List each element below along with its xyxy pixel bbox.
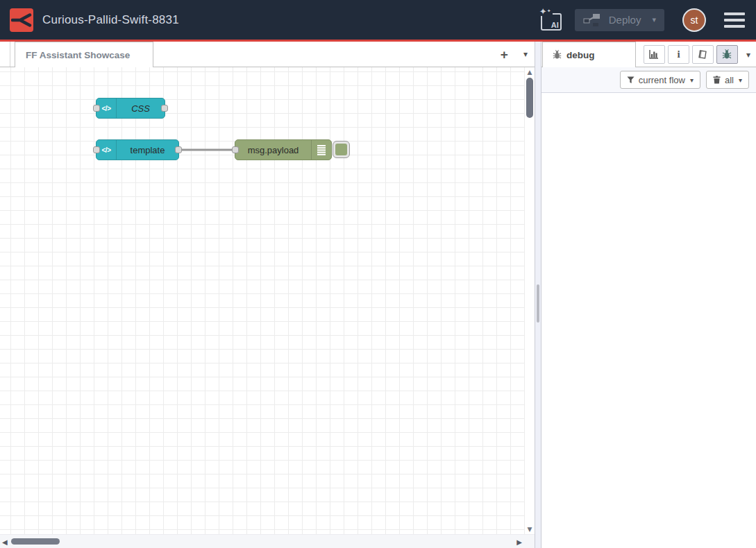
debug-toggle-button[interactable] <box>333 141 350 158</box>
scroll-left-icon[interactable]: ◀ <box>2 538 8 546</box>
clear-caret-icon: ▾ <box>739 76 742 84</box>
node-template[interactable]: </> template <box>96 139 179 160</box>
debug-messages-button[interactable] <box>716 45 738 64</box>
justify-icon <box>311 140 331 160</box>
tab-debug[interactable]: debug <box>542 42 636 67</box>
horizontal-scroll-thumb[interactable] <box>11 538 60 545</box>
node-label: template <box>117 145 178 155</box>
header: Curious-Pallid-Swift-8831 AI ✦✦ Deploy ▾… <box>0 0 756 40</box>
sparkle-icon: ✦✦ <box>538 7 553 16</box>
filter-caret-icon: ▾ <box>690 76 694 84</box>
deploy-button[interactable]: Deploy ▾ <box>575 9 664 31</box>
avatar-initials: st <box>691 15 698 26</box>
sidebar-options-caret-icon[interactable]: ▾ <box>746 50 750 60</box>
input-port[interactable] <box>232 146 239 153</box>
flow-list-caret-icon[interactable]: ▾ <box>523 49 528 59</box>
deploy-label: Deploy <box>609 14 641 26</box>
trash-icon <box>713 76 721 84</box>
node-debug-msg-payload[interactable]: msg.payload <box>235 139 332 160</box>
debug-toolbar: current flow ▾ all ▾ <box>541 67 756 93</box>
debug-filter-button[interactable]: current flow ▾ <box>620 71 700 89</box>
info-button[interactable]: i <box>668 45 689 64</box>
hamburger-icon <box>724 25 745 28</box>
debug-clear-button[interactable]: all ▾ <box>706 71 749 89</box>
app-logo-icon[interactable] <box>10 8 33 32</box>
bar-chart-icon <box>649 50 659 59</box>
deploy-caret-icon[interactable]: ▾ <box>652 15 656 24</box>
debug-toggle-state <box>335 144 347 155</box>
vertical-scroll-thumb[interactable] <box>526 78 533 118</box>
filter-funnel-icon <box>627 76 635 84</box>
flow-canvas[interactable]: </> CSS </> template <box>0 67 525 534</box>
scroll-down-icon[interactable]: ▼ <box>525 526 535 533</box>
canvas-row: </> CSS </> template <box>0 67 535 534</box>
node-label: msg.payload <box>235 145 311 155</box>
input-port[interactable] <box>93 146 100 153</box>
debug-message-list[interactable] <box>541 93 756 548</box>
hamburger-icon <box>724 19 745 22</box>
divider-drag-handle[interactable] <box>537 284 539 323</box>
user-avatar[interactable]: st <box>682 8 706 32</box>
scroll-right-icon[interactable]: ▶ <box>516 538 522 546</box>
debug-tab-label: debug <box>566 50 595 60</box>
workspace: FF Assistant Showcase + ▾ </> <box>0 42 535 548</box>
hamburger-icon <box>724 12 745 15</box>
output-port[interactable] <box>161 105 168 112</box>
help-button[interactable] <box>692 45 714 64</box>
wire-layer <box>0 67 525 534</box>
debug-sidebar: debug i <box>541 42 756 548</box>
info-icon: i <box>677 49 680 60</box>
main-menu-button[interactable] <box>723 10 746 31</box>
logo-branch-icon <box>11 10 32 31</box>
add-flow-button[interactable]: + <box>501 48 508 61</box>
workspace-tabbar: FF Assistant Showcase + ▾ <box>0 42 535 67</box>
main-area: FF Assistant Showcase + ▾ </> <box>0 42 756 548</box>
clear-scope-label: all <box>725 75 734 85</box>
workspace-tab-label: FF Assistant Showcase <box>26 50 130 60</box>
sidebar-resize-divider[interactable] <box>535 42 541 548</box>
book-icon <box>698 50 707 59</box>
tab-ff-assistant-showcase[interactable]: FF Assistant Showcase <box>15 42 153 67</box>
filter-label: current flow <box>639 75 685 85</box>
ai-assistant-button[interactable]: AI ✦✦ <box>539 9 562 31</box>
tabbar-edge <box>10 42 10 67</box>
app-window: Curious-Pallid-Swift-8831 AI ✦✦ Deploy ▾… <box>0 0 756 548</box>
node-label: CSS <box>117 103 165 114</box>
sidebar-tabbar: debug i <box>541 42 756 67</box>
output-port[interactable] <box>175 146 182 153</box>
tabbar-actions: + ▾ <box>501 42 528 67</box>
scroll-up-icon[interactable]: ▲ <box>525 69 535 76</box>
ai-label: AI <box>551 21 559 29</box>
deploy-icon <box>583 12 600 28</box>
bug-icon <box>722 49 732 60</box>
vertical-scrollbar[interactable]: ▲ ▼ <box>525 67 535 534</box>
dashboard-chart-button[interactable] <box>644 45 665 64</box>
horizontal-scrollbar[interactable]: ◀ ▶ <box>0 534 535 548</box>
input-port[interactable] <box>93 105 100 112</box>
bug-icon <box>553 50 562 60</box>
project-title: Curious-Pallid-Swift-8831 <box>42 13 539 27</box>
sidebar-tab-buttons: i ▾ <box>644 45 750 64</box>
node-css-template[interactable]: </> CSS <box>96 98 165 119</box>
